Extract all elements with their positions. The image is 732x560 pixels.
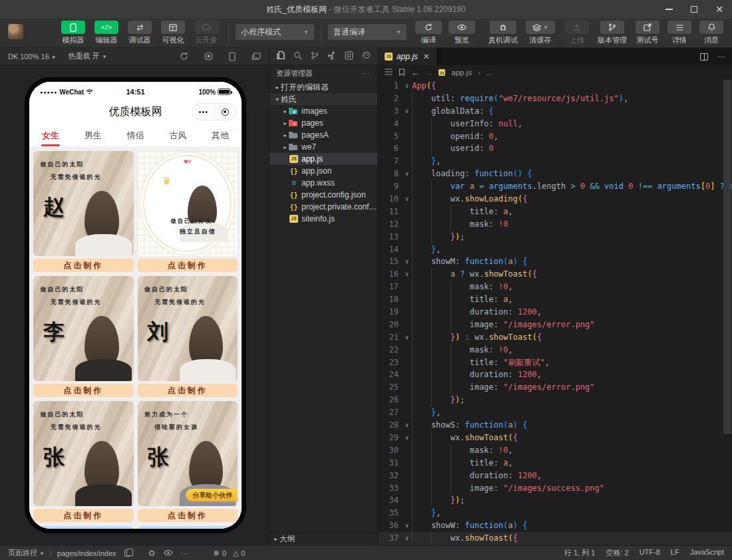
- tree-item[interactable]: ▸ we7: [270, 141, 377, 153]
- details-button[interactable]: 详情: [664, 21, 695, 45]
- user-avatar[interactable]: [8, 24, 23, 39]
- template-image[interactable]: 努力成为一个 很哇塞的女孩 张 分享给小伙伴: [138, 401, 238, 506]
- mode-select[interactable]: 小程序模式▼: [236, 24, 314, 40]
- more-dots-icon[interactable]: •••: [193, 108, 214, 115]
- breadcrumb-file[interactable]: app.js: [451, 69, 472, 76]
- make-button[interactable]: 点击制作: [138, 259, 238, 272]
- version-control-button[interactable]: 版本管理: [594, 21, 631, 45]
- category-tab[interactable]: 女生: [29, 124, 72, 146]
- page-path-label[interactable]: 页面路径 ▼: [8, 548, 45, 558]
- source-control-icon[interactable]: [311, 51, 319, 62]
- test-account-button[interactable]: 测试号: [632, 21, 663, 45]
- tree-item[interactable]: app.json: [270, 165, 377, 177]
- tree-item[interactable]: siteinfo.js: [270, 213, 377, 225]
- make-button[interactable]: 点击制作: [33, 259, 134, 272]
- template-image[interactable]: 做自己的太阳 无需凭借谁的光 李: [33, 276, 134, 381]
- page-path-value[interactable]: pages/index/index: [57, 549, 116, 557]
- indentation-setting[interactable]: 空格: 2: [606, 548, 628, 558]
- template-image[interactable]: ♛ ♥♥ 做自己的好友 独立且自信: [138, 151, 238, 256]
- eol-setting[interactable]: LF: [671, 548, 679, 558]
- tree-item[interactable]: ▸ images: [270, 105, 377, 117]
- encoding-setting[interactable]: UTF-8: [640, 548, 660, 558]
- nav-back-icon[interactable]: ←: [411, 69, 419, 76]
- more-dots-icon[interactable]: ···: [181, 549, 188, 557]
- tree-item[interactable]: ▸ 打开的编辑器: [270, 81, 377, 93]
- code-line: 11title: a,: [378, 206, 732, 218]
- template-card[interactable]: ♛ ♥♥ 做自己的好友 独立且自信 点击制作: [138, 151, 238, 272]
- files-icon[interactable]: [276, 51, 285, 62]
- tree-item[interactable]: app.js: [270, 153, 377, 165]
- phone-mockup: ●●●●● WeChat 14:51 100% 优质模板网: [25, 78, 246, 533]
- tree-item[interactable]: project.config.json: [270, 189, 377, 201]
- breadcrumb-more[interactable]: ...: [486, 69, 493, 76]
- editor-scrollbar[interactable]: [723, 80, 731, 434]
- clear-cache-button[interactable]: ▼ 清缓存: [524, 21, 557, 45]
- share-badge[interactable]: 分享给小伙伴: [186, 489, 238, 501]
- close-button[interactable]: ✕: [707, 0, 732, 19]
- multi-window-icon[interactable]: [252, 53, 261, 61]
- tree-item[interactable]: app.wxss: [270, 177, 377, 189]
- template-card[interactable]: 做自己的太阳 无需凭借谁的光 李 点击制作: [33, 276, 134, 397]
- eye-icon[interactable]: [164, 549, 173, 557]
- editor-toggle-button[interactable]: </> 编辑器: [91, 21, 122, 45]
- mp-tools-icon[interactable]: [362, 51, 371, 61]
- problems-indicator[interactable]: ⊗0 △0: [214, 549, 246, 557]
- maximize-button[interactable]: [681, 0, 707, 19]
- search-icon[interactable]: [293, 51, 302, 62]
- tree-item[interactable]: project.private.config.js..: [270, 201, 377, 213]
- preview-button[interactable]: 预览: [447, 21, 477, 45]
- category-tab[interactable]: 情侣: [114, 124, 157, 146]
- tree-item[interactable]: ▸ pagesA: [270, 129, 377, 141]
- category-tab[interactable]: 男生: [72, 124, 114, 146]
- tree-item[interactable]: ▾ 姓氏: [270, 93, 377, 105]
- extensions-icon[interactable]: [327, 51, 336, 62]
- tab-app-js[interactable]: JS app.js ✕: [378, 48, 437, 65]
- make-button[interactable]: 点击制作: [33, 509, 134, 522]
- hot-reload-toggle[interactable]: 热重载 开 ▼: [69, 51, 107, 61]
- surname-character: 刘: [148, 318, 169, 347]
- more-actions-icon[interactable]: ···: [361, 69, 371, 77]
- device-selector[interactable]: DK 100% 16 ▼: [8, 53, 57, 61]
- exit-target-icon[interactable]: [215, 108, 236, 116]
- editor-more-icon[interactable]: ···: [717, 52, 725, 61]
- tree-item[interactable]: ▸ pages: [270, 117, 377, 129]
- template-image[interactable]: 做自己的太阳 无需凭借谁的光 张: [33, 401, 134, 506]
- compile-mode-select[interactable]: 普通编译▼: [328, 24, 407, 40]
- template-image[interactable]: 做自己的太阳 无需凭借谁的光 赵: [33, 151, 134, 256]
- file-icon: [289, 131, 299, 140]
- split-editor-icon[interactable]: [700, 53, 708, 61]
- code-editor[interactable]: 1∨App({2util: require("we7/resource/js/u…: [378, 80, 732, 545]
- card-caption-line2: 无需凭借谁的光: [51, 423, 102, 432]
- template-card[interactable]: 努力成为一个 很哇塞的女孩 张 分享给小伙伴 点击制作: [138, 401, 238, 522]
- external-link-icon: [643, 23, 651, 31]
- visualize-toggle-button[interactable]: 可视化: [158, 21, 188, 45]
- close-tab-icon[interactable]: ✕: [423, 52, 430, 61]
- simulator-toggle-button[interactable]: 模拟器: [58, 21, 89, 45]
- record-icon[interactable]: [204, 52, 213, 61]
- make-button[interactable]: 点击制作: [138, 384, 238, 397]
- package-icon[interactable]: [345, 51, 353, 62]
- template-card[interactable]: 做自己的太阳 无需凭借谁的光 张 点击制作: [33, 401, 134, 522]
- minimize-button[interactable]: [656, 0, 681, 19]
- bookmark-icon[interactable]: [399, 69, 405, 77]
- bug-icon[interactable]: [148, 549, 156, 558]
- make-button[interactable]: 点击制作: [138, 509, 238, 522]
- language-mode[interactable]: JavaScript: [690, 548, 724, 558]
- debugger-toggle-button[interactable]: 调试器: [124, 21, 155, 45]
- refresh-icon[interactable]: [180, 52, 188, 61]
- tree-arrow-icon: ▸: [272, 536, 279, 542]
- category-tab[interactable]: 古风: [156, 124, 199, 146]
- outline-section[interactable]: ▸ 大纲: [270, 532, 377, 545]
- messages-button[interactable]: 消息: [696, 21, 727, 45]
- phone-frame-icon[interactable]: [229, 52, 236, 61]
- outline-list-icon[interactable]: [385, 69, 393, 76]
- category-tab[interactable]: 其他: [199, 124, 242, 146]
- cursor-position[interactable]: 行 1, 列 1: [564, 548, 595, 558]
- device-debug-button[interactable]: 真机调试: [485, 21, 521, 45]
- copy-icon[interactable]: [124, 550, 130, 557]
- template-card[interactable]: 做自己的太阳 无需凭借谁的光 刘 点击制作: [138, 276, 238, 397]
- template-card[interactable]: 做自己的太阳 无需凭借谁的光 赵 点击制作: [33, 151, 134, 272]
- template-image[interactable]: 做自己的太阳 无需凭借谁的光 刘: [138, 276, 238, 381]
- make-button[interactable]: 点击制作: [33, 384, 134, 397]
- compile-button[interactable]: 编译: [413, 21, 444, 45]
